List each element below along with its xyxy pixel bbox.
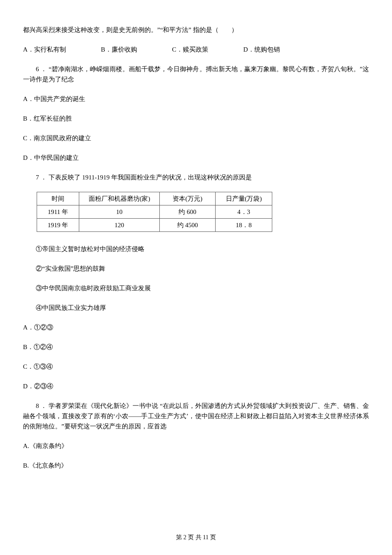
- q7-stem: 7 ． 下表反映了 1911-1919 年我国面粉业生产的状况，出现这种状况的原…: [23, 172, 369, 182]
- table-cell: 约 600: [160, 205, 216, 219]
- table-row: 1911 年 10 约 600 4．3: [37, 205, 272, 219]
- q5-option-d: D．统购包销: [243, 44, 280, 55]
- table-cell: 120: [79, 219, 160, 232]
- q5-options: A．实行私有制 B．廉价收购 C．赎买政策 D．统购包销: [23, 44, 369, 55]
- table-cell: 10: [79, 205, 160, 219]
- table-header: 面粉厂和机器磨坊(家): [79, 192, 160, 205]
- q7-condition-3: ③中华民国南京临时政府鼓励工商业发展: [23, 283, 369, 293]
- table-cell: 1919 年: [37, 219, 79, 232]
- q7-table: 时间 面粉厂和机器磨坊(家) 资本(万元) 日产量(万袋) 1911 年 10 …: [37, 192, 369, 232]
- q7-option-b: B．①②④: [23, 342, 369, 352]
- q6-stem: 6 ． “碧净南湖水，峥嵘烟雨楼。画船千载梦，今日御神舟。搏出新天地，赢来万象幽…: [23, 64, 369, 84]
- table-cell: 4．3: [216, 205, 272, 219]
- table-header: 时间: [37, 192, 79, 205]
- table-row: 1919 年 120 约 4500 18．8: [37, 219, 272, 232]
- q8-stem: 8 ． 学者罗荣渠在《现代化新论》一书中说 “在此以后，外国渗透的方式从外贸领域…: [23, 401, 369, 431]
- q7-option-a: A．①②③: [23, 322, 369, 332]
- page-footer: 第 2 页 共 11 页: [0, 534, 392, 541]
- q6-option-a: A．中国共产党的诞生: [23, 94, 369, 104]
- q6-option-d: D．中华民国的建立: [23, 153, 369, 163]
- table-cell: 18．8: [216, 219, 272, 232]
- q8-option-b: B.《北京条约》: [23, 460, 369, 471]
- q6-option-c: C．南京国民政府的建立: [23, 133, 369, 143]
- table-cell: 1911 年: [37, 205, 79, 219]
- table-header: 日产量(万袋): [216, 192, 272, 205]
- q7-option-c: C．①③④: [23, 361, 369, 372]
- q5-option-a: A．实行私有制: [23, 44, 66, 55]
- q6-option-b: B．红军长征的胜: [23, 113, 369, 124]
- q7-condition-2: ②“实业救国”思想的鼓舞: [23, 263, 369, 274]
- q5-option-b: B．廉价收购: [101, 44, 137, 55]
- table-cell: 约 4500: [160, 219, 216, 232]
- q7-condition-4: ④中国民族工业实力雄厚: [23, 303, 369, 313]
- q5-fragment: 都兴高采烈来接受这种改变，则是史无前例的。”“和平方法” 指的是（ ）: [23, 25, 369, 35]
- table-header: 资本(万元): [160, 192, 216, 205]
- q8-option-a: A.《南京条约》: [23, 441, 369, 451]
- q7-condition-1: ①帝国主义暂时放松对中国的经济侵略: [23, 244, 369, 254]
- q5-option-c: C．赎买政策: [172, 44, 208, 55]
- q7-option-d: D．②③④: [23, 381, 369, 391]
